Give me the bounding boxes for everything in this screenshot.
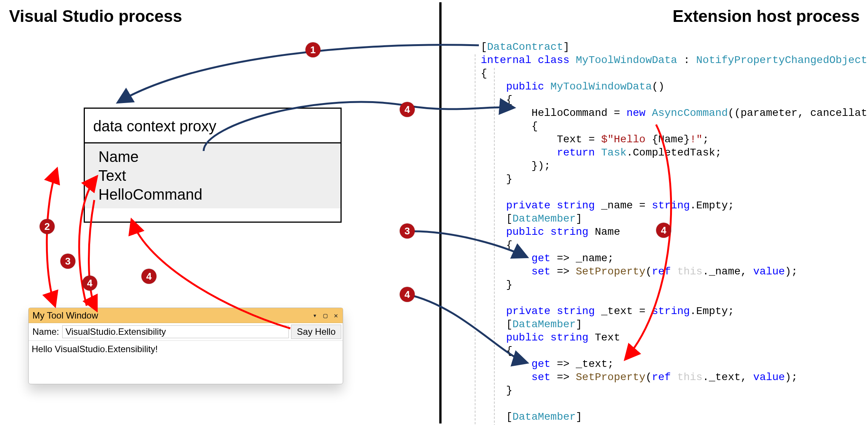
badge-4-b: 4 [141, 269, 156, 284]
tool-window: My Tool Window ▾ ▢ ✕ Name: Say Hello Hel… [28, 308, 343, 384]
process-divider [439, 2, 442, 423]
badge-4-d: 4 [400, 287, 415, 302]
tool-window-titlebar: My Tool Window ▾ ▢ ✕ [29, 308, 343, 323]
badge-4-a: 4 [82, 276, 97, 291]
proxy-prop-hellocommand: HelloCommand [98, 185, 332, 204]
maximize-icon[interactable]: ▢ [322, 312, 329, 319]
tool-window-input-row: Name: Say Hello [29, 323, 343, 341]
name-input[interactable] [62, 325, 289, 338]
badge-1: 1 [305, 42, 321, 57]
code-brace-gutter-outer [475, 54, 475, 425]
badge-2: 2 [40, 219, 55, 234]
name-label: Name: [30, 326, 62, 337]
badge-3-right: 3 [400, 223, 415, 239]
proxy-prop-name: Name [98, 147, 332, 166]
heading-ext-host-process: Extension host process [673, 7, 860, 26]
dropdown-icon[interactable]: ▾ [311, 312, 319, 319]
close-icon[interactable]: ✕ [332, 312, 340, 319]
badge-4-e: 4 [656, 223, 671, 238]
proxy-box-title: data context proxy [85, 109, 340, 143]
code-listing: [DataContract] internal class MyToolWind… [481, 27, 868, 425]
proxy-box-properties: Name Text HelloCommand [85, 143, 340, 208]
heading-vs-process: Visual Studio process [9, 7, 182, 26]
tool-window-output: Hello VisualStudio.Extensibility! [29, 341, 343, 384]
badge-3-left: 3 [60, 254, 75, 269]
proxy-prop-text: Text [98, 166, 332, 185]
badge-4-c: 4 [400, 102, 415, 117]
say-hello-button[interactable]: Say Hello [291, 325, 341, 339]
data-context-proxy-box: data context proxy Name Text HelloComman… [84, 108, 342, 223]
tool-window-title: My Tool Window [32, 310, 311, 321]
